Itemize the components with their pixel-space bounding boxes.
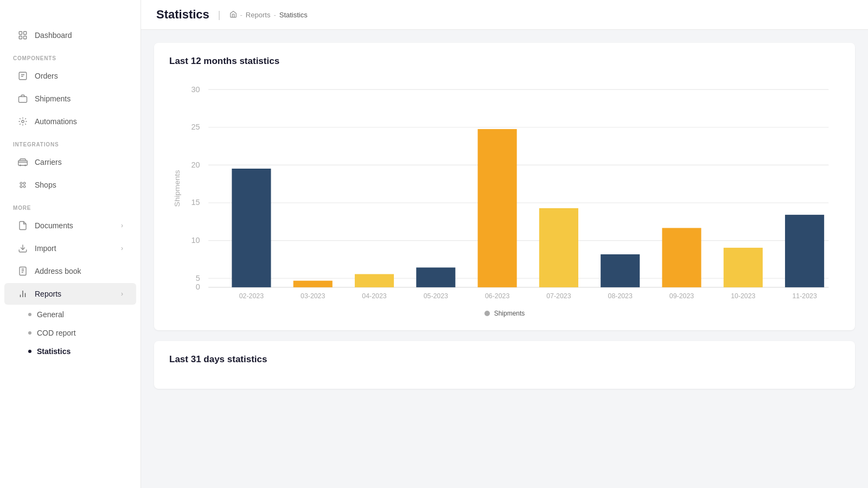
sidebar-item-shops-label: Shops	[35, 181, 56, 189]
bar-05-2023	[416, 267, 455, 287]
chart-12-months-container: 30 25 20 15 10 5 0 Shipments 02-2023	[169, 78, 840, 305]
dashboard-icon	[17, 30, 28, 41]
sidebar-item-automations[interactable]: Automations	[4, 111, 136, 132]
svg-text:06-2023: 06-2023	[485, 291, 509, 300]
header-divider: |	[218, 9, 221, 21]
sidebar-item-dashboard[interactable]: Dashboard	[4, 24, 136, 46]
sidebar-item-automations-label: Automations	[35, 117, 77, 126]
sidebar-item-reports-label: Reports	[35, 290, 61, 298]
shipments-icon	[17, 93, 28, 104]
svg-text:08-2023: 08-2023	[608, 291, 633, 300]
svg-text:20: 20	[192, 159, 200, 169]
bar-06-2023	[478, 129, 517, 287]
breadcrumb-reports[interactable]: Reports	[246, 11, 271, 19]
chart-legend: Shipments	[169, 310, 840, 317]
import-chevron-icon: ›	[121, 245, 123, 252]
chart-12-months-title: Last 12 months statistics	[169, 56, 840, 67]
main-content: Statistics | - Reports - Statistics Last…	[141, 0, 868, 488]
legend-dot	[484, 311, 490, 316]
svg-point-11	[23, 182, 25, 184]
svg-rect-5	[19, 97, 27, 102]
sidebar-sub-item-cod-report-label: COD report	[37, 329, 76, 337]
orders-icon	[17, 70, 28, 81]
integrations-section-label: INTEGRATIONS	[0, 133, 141, 151]
bar-11-2023	[785, 215, 824, 287]
svg-point-13	[23, 185, 25, 188]
legend-label: Shipments	[494, 310, 525, 317]
breadcrumb-sep-2: -	[273, 11, 276, 19]
sidebar-item-carriers[interactable]: Carriers	[4, 151, 136, 173]
svg-text:5: 5	[196, 273, 200, 282]
sidebar-item-import-label: Import	[35, 244, 56, 253]
svg-point-6	[22, 120, 24, 123]
bar-02-2023	[232, 169, 271, 287]
sidebar-item-address-book[interactable]: Address book	[4, 260, 136, 282]
svg-text:02-2023: 02-2023	[239, 291, 264, 300]
svg-text:30: 30	[192, 84, 200, 94]
statistics-dot	[28, 350, 31, 353]
documents-chevron-icon: ›	[121, 222, 123, 229]
svg-rect-3	[24, 36, 27, 39]
svg-rect-7	[18, 160, 28, 165]
bar-03-2023	[293, 281, 333, 287]
chart-31-days-title: Last 31 days statistics	[169, 354, 840, 365]
page-header: Statistics | - Reports - Statistics	[141, 0, 868, 30]
bar-08-2023	[601, 254, 640, 287]
page-title: Statistics	[156, 8, 209, 22]
bar-09-2023	[662, 228, 701, 287]
more-section-label: MORE	[0, 196, 141, 214]
sidebar-sub-item-general[interactable]: General	[4, 306, 136, 323]
svg-point-8	[20, 165, 21, 166]
shops-icon	[17, 179, 28, 190]
sidebar-item-documents[interactable]: Documents ›	[4, 215, 136, 236]
breadcrumb-sep-1: -	[240, 11, 242, 19]
components-section-label: COMPONENTS	[0, 47, 141, 65]
bar-07-2023	[539, 208, 578, 287]
sidebar-item-carriers-label: Carriers	[35, 158, 62, 166]
sidebar: Dashboard COMPONENTS Orders Shipments	[0, 0, 141, 488]
svg-rect-15	[20, 267, 26, 275]
sidebar-item-shops[interactable]: Shops	[4, 174, 136, 196]
svg-text:07-2023: 07-2023	[546, 291, 571, 300]
sidebar-sub-item-statistics-label: Statistics	[37, 347, 71, 356]
svg-text:10: 10	[192, 235, 200, 245]
chart-12-months-svg: 30 25 20 15 10 5 0 Shipments 02-2023	[169, 78, 840, 305]
sidebar-item-documents-label: Documents	[35, 221, 73, 230]
sidebar-item-shipments-label: Shipments	[35, 94, 71, 103]
sidebar-sub-item-general-label: General	[37, 310, 64, 319]
general-dot	[28, 313, 31, 316]
sidebar-item-orders-label: Orders	[35, 72, 58, 80]
svg-point-12	[20, 185, 22, 188]
chart-31-days-card: Last 31 days statistics	[154, 341, 855, 389]
home-icon[interactable]	[229, 10, 237, 20]
carriers-icon	[17, 157, 28, 168]
svg-text:0: 0	[196, 282, 200, 292]
sidebar-item-address-book-label: Address book	[35, 267, 81, 275]
sidebar-item-import[interactable]: Import ›	[4, 237, 136, 259]
sidebar-sub-item-statistics[interactable]: Statistics	[4, 343, 136, 360]
svg-rect-2	[19, 36, 22, 39]
import-icon	[17, 243, 28, 254]
sidebar-logo	[0, 9, 141, 24]
svg-text:09-2023: 09-2023	[669, 291, 694, 300]
documents-icon	[17, 220, 28, 231]
bar-10-2023	[724, 248, 763, 287]
sidebar-item-dashboard-label: Dashboard	[35, 31, 72, 40]
svg-rect-1	[24, 31, 27, 34]
chart-12-months-card: Last 12 months statistics 30 25 20 15 10	[154, 43, 855, 330]
content-area: Last 12 months statistics 30 25 20 15 10	[141, 30, 868, 488]
svg-text:03-2023: 03-2023	[301, 291, 325, 300]
svg-rect-4	[19, 72, 27, 80]
svg-text:Shipments: Shipments	[173, 170, 181, 207]
sidebar-item-reports[interactable]: Reports ›	[4, 283, 136, 305]
svg-text:25: 25	[192, 122, 200, 132]
svg-text:11-2023: 11-2023	[792, 291, 816, 300]
svg-rect-0	[19, 31, 22, 34]
automations-icon	[17, 116, 28, 127]
breadcrumb: - Reports - Statistics	[229, 10, 308, 20]
svg-text:15: 15	[192, 197, 200, 207]
sidebar-item-orders[interactable]: Orders	[4, 65, 136, 87]
svg-text:04-2023: 04-2023	[362, 291, 386, 300]
sidebar-item-shipments[interactable]: Shipments	[4, 88, 136, 110]
sidebar-sub-item-cod-report[interactable]: COD report	[4, 324, 136, 342]
